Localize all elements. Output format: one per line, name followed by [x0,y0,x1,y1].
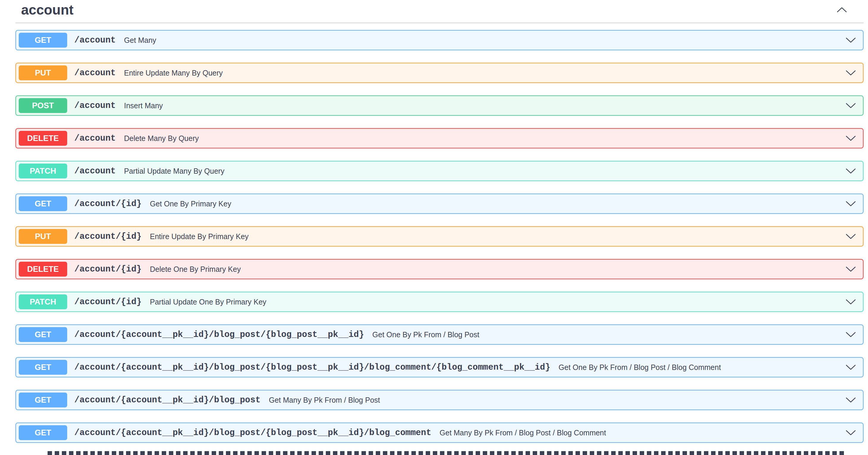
endpoint-path: /account/{account__pk__id}/blog_post/{bl… [74,363,550,372]
chevron-down-icon[interactable] [844,429,857,436]
chevron-down-icon[interactable] [844,36,857,44]
endpoint-row-11[interactable]: GET /account/{account__pk__id}/blog_post… [16,390,864,410]
chevron-down-icon[interactable] [844,233,857,240]
chevron-down-icon[interactable] [844,167,857,175]
method-badge: DELETE [19,131,67,146]
endpoint-path: /account/{id} [74,199,142,209]
chevron-down-icon[interactable] [844,69,857,77]
chevron-down-icon[interactable] [844,298,857,306]
method-badge: POST [19,98,67,113]
endpoint-row-12[interactable]: GET /account/{account__pk__id}/blog_post… [16,423,864,443]
chevron-down-icon[interactable] [844,102,857,110]
endpoint-description: Partial Update One By Primary Key [150,298,839,306]
method-badge: PATCH [19,163,67,178]
method-badge: PATCH [19,295,67,309]
endpoint-description: Entire Update By Primary Key [150,232,839,241]
endpoint-description: Partial Update Many By Query [124,167,839,176]
method-badge: PUT [19,65,67,80]
endpoint-path: /account [74,68,116,78]
endpoint-row-10[interactable]: GET /account/{account__pk__id}/blog_post… [16,357,864,377]
endpoint-path: /account [74,35,116,45]
method-badge: GET [19,33,67,48]
method-badge: GET [19,196,67,211]
chevron-down-icon[interactable] [844,200,857,208]
endpoint-row-5[interactable]: GET /account/{id} Get One By Primary Key [16,193,864,214]
endpoint-path: /account [74,133,116,143]
endpoint-row-3[interactable]: DELETE /account Delete Many By Query [16,128,864,148]
operations-list: GET /account Get Many PUT /account Entir… [16,30,864,443]
collapse-section-button[interactable] [836,6,848,14]
endpoint-row-0[interactable]: GET /account Get Many [16,30,864,50]
swagger-page: account GET /account Get Many PUT /accou… [0,0,868,455]
endpoint-row-4[interactable]: PATCH /account Partial Update Many By Qu… [16,161,864,181]
tag-header: account [16,2,864,23]
endpoint-description: Entire Update Many By Query [124,69,839,77]
endpoint-path: /account/{account__pk__id}/blog_post [74,395,261,405]
endpoint-path: /account [74,166,116,176]
endpoint-row-1[interactable]: PUT /account Entire Update Many By Query [16,63,864,83]
endpoint-path: /account/{id} [74,264,142,274]
chevron-down-icon[interactable] [844,265,857,273]
method-badge: GET [19,425,67,440]
tag-title: account [21,3,73,17]
endpoint-path: /account/{id} [74,232,142,241]
method-badge: DELETE [19,262,67,277]
endpoint-description: Get Many By Pk From / Blog Post / Blog C… [440,428,839,437]
clipped-next-content [48,451,846,455]
endpoint-row-2[interactable]: POST /account Insert Many [16,95,864,116]
endpoint-row-7[interactable]: DELETE /account/{id} Delete One By Prima… [16,259,864,279]
endpoint-row-8[interactable]: PATCH /account/{id} Partial Update One B… [16,292,864,312]
chevron-up-icon [836,6,848,14]
endpoint-description: Get One By Primary Key [150,200,839,208]
endpoint-description: Insert Many [124,101,839,110]
endpoint-description: Get One By Pk From / Blog Post / Blog Co… [559,363,839,372]
endpoint-description: Delete One By Primary Key [150,265,839,274]
endpoint-path: /account/{id} [74,297,142,307]
endpoint-description: Get Many By Pk From / Blog Post [269,396,839,404]
tag-section-account: account GET /account Get Many PUT /accou… [16,2,864,443]
method-badge: PUT [19,229,67,244]
endpoint-row-9[interactable]: GET /account/{account__pk__id}/blog_post… [16,325,864,345]
method-badge: GET [19,327,67,342]
endpoint-path: /account [74,101,116,111]
chevron-down-icon[interactable] [844,134,857,142]
endpoint-description: Get One By Pk From / Blog Post [372,330,839,339]
endpoint-description: Get Many [124,36,839,44]
endpoint-row-6[interactable]: PUT /account/{id} Entire Update By Prima… [16,226,864,246]
chevron-down-icon[interactable] [844,331,857,338]
chevron-down-icon[interactable] [844,363,857,371]
endpoint-path: /account/{account__pk__id}/blog_post/{bl… [74,428,431,438]
endpoint-description: Delete Many By Query [124,134,839,143]
chevron-down-icon[interactable] [844,396,857,404]
endpoint-path: /account/{account__pk__id}/blog_post/{bl… [74,330,364,340]
method-badge: GET [19,360,67,375]
method-badge: GET [19,393,67,407]
